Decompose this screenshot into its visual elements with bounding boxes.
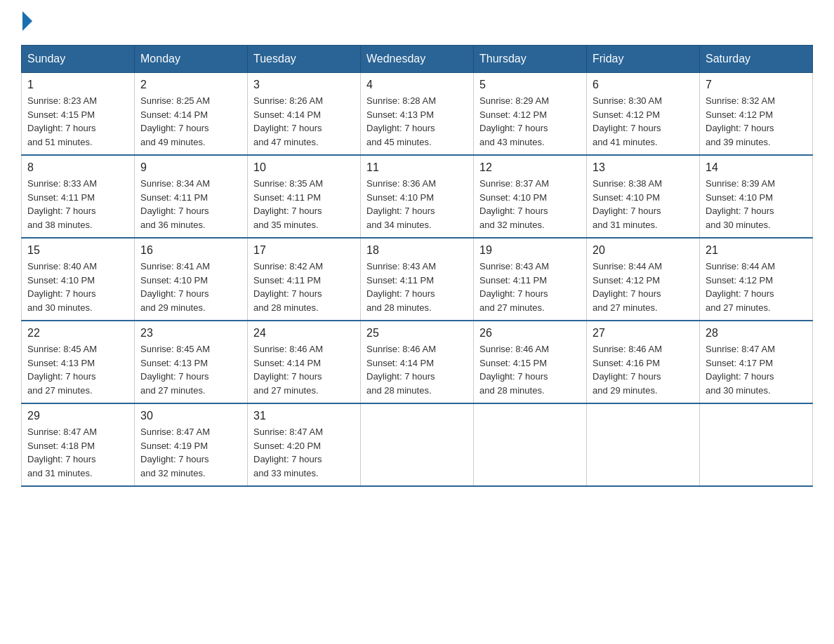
logo — [21, 14, 32, 31]
day-info: Sunrise: 8:42 AMSunset: 4:11 PMDaylight:… — [253, 260, 355, 314]
day-info: Sunrise: 8:46 AMSunset: 4:14 PMDaylight:… — [366, 342, 468, 397]
calendar-day-12: 12Sunrise: 8:37 AMSunset: 4:10 PMDayligh… — [474, 155, 587, 238]
calendar-week-5: 29Sunrise: 8:47 AMSunset: 4:18 PMDayligh… — [22, 403, 813, 486]
day-number: 24 — [253, 327, 355, 340]
page-header — [21, 14, 813, 31]
calendar-week-4: 22Sunrise: 8:45 AMSunset: 4:13 PMDayligh… — [22, 321, 813, 403]
day-info: Sunrise: 8:46 AMSunset: 4:14 PMDaylight:… — [253, 342, 355, 397]
day-number: 15 — [27, 244, 128, 257]
calendar-day-9: 9Sunrise: 8:34 AMSunset: 4:11 PMDaylight… — [135, 155, 248, 238]
calendar-day-21: 21Sunrise: 8:44 AMSunset: 4:12 PMDayligh… — [700, 238, 813, 321]
calendar-day-26: 26Sunrise: 8:46 AMSunset: 4:15 PMDayligh… — [474, 321, 587, 403]
day-number: 26 — [479, 327, 581, 340]
calendar-day-1: 1Sunrise: 8:23 AMSunset: 4:15 PMDaylight… — [22, 73, 135, 156]
day-number: 1 — [27, 79, 128, 91]
day-info: Sunrise: 8:47 AMSunset: 4:17 PMDaylight:… — [706, 342, 807, 397]
day-info: Sunrise: 8:43 AMSunset: 4:11 PMDaylight:… — [366, 260, 468, 314]
day-number: 13 — [593, 161, 694, 174]
calendar-day-2: 2Sunrise: 8:25 AMSunset: 4:14 PMDaylight… — [135, 73, 248, 156]
calendar-day-4: 4Sunrise: 8:28 AMSunset: 4:13 PMDaylight… — [361, 73, 474, 156]
calendar-week-3: 15Sunrise: 8:40 AMSunset: 4:10 PMDayligh… — [22, 238, 813, 321]
day-info: Sunrise: 8:36 AMSunset: 4:10 PMDaylight:… — [366, 177, 468, 232]
day-info: Sunrise: 8:30 AMSunset: 4:12 PMDaylight:… — [593, 94, 694, 149]
weekday-header-friday: Friday — [587, 46, 700, 73]
day-number: 9 — [140, 161, 241, 174]
day-number: 20 — [593, 244, 694, 257]
calendar-day-8: 8Sunrise: 8:33 AMSunset: 4:11 PMDaylight… — [22, 155, 135, 238]
calendar-day-29: 29Sunrise: 8:47 AMSunset: 4:18 PMDayligh… — [22, 403, 135, 486]
day-info: Sunrise: 8:38 AMSunset: 4:10 PMDaylight:… — [593, 177, 694, 232]
calendar-day-14: 14Sunrise: 8:39 AMSunset: 4:10 PMDayligh… — [700, 155, 813, 238]
day-info: Sunrise: 8:47 AMSunset: 4:18 PMDaylight:… — [27, 425, 128, 480]
day-info: Sunrise: 8:32 AMSunset: 4:12 PMDaylight:… — [706, 94, 807, 149]
calendar-day-20: 20Sunrise: 8:44 AMSunset: 4:12 PMDayligh… — [587, 238, 700, 321]
day-info: Sunrise: 8:28 AMSunset: 4:13 PMDaylight:… — [366, 94, 468, 149]
weekday-header-thursday: Thursday — [474, 46, 587, 73]
day-info: Sunrise: 8:44 AMSunset: 4:12 PMDaylight:… — [706, 260, 807, 314]
weekday-header-saturday: Saturday — [700, 46, 813, 73]
calendar-day-empty — [587, 403, 700, 486]
calendar-day-empty — [361, 403, 474, 486]
day-info: Sunrise: 8:47 AMSunset: 4:19 PMDaylight:… — [140, 425, 241, 480]
day-number: 4 — [366, 79, 468, 91]
day-number: 11 — [366, 161, 468, 174]
calendar-day-28: 28Sunrise: 8:47 AMSunset: 4:17 PMDayligh… — [700, 321, 813, 403]
calendar-day-15: 15Sunrise: 8:40 AMSunset: 4:10 PMDayligh… — [22, 238, 135, 321]
weekday-header-sunday: Sunday — [22, 46, 135, 73]
day-info: Sunrise: 8:35 AMSunset: 4:11 PMDaylight:… — [253, 177, 355, 232]
calendar-week-2: 8Sunrise: 8:33 AMSunset: 4:11 PMDaylight… — [22, 155, 813, 238]
day-number: 16 — [140, 244, 241, 257]
day-number: 23 — [140, 327, 241, 340]
calendar-day-3: 3Sunrise: 8:26 AMSunset: 4:14 PMDaylight… — [248, 73, 361, 156]
day-info: Sunrise: 8:45 AMSunset: 4:13 PMDaylight:… — [140, 342, 241, 397]
calendar-day-10: 10Sunrise: 8:35 AMSunset: 4:11 PMDayligh… — [248, 155, 361, 238]
weekday-header-tuesday: Tuesday — [248, 46, 361, 73]
day-number: 5 — [479, 79, 581, 91]
calendar-day-30: 30Sunrise: 8:47 AMSunset: 4:19 PMDayligh… — [135, 403, 248, 486]
calendar-day-23: 23Sunrise: 8:45 AMSunset: 4:13 PMDayligh… — [135, 321, 248, 403]
day-info: Sunrise: 8:47 AMSunset: 4:20 PMDaylight:… — [253, 425, 355, 480]
weekday-header-wednesday: Wednesday — [361, 46, 474, 73]
logo-triangle-icon — [22, 11, 32, 31]
day-number: 28 — [706, 327, 807, 340]
calendar-day-13: 13Sunrise: 8:38 AMSunset: 4:10 PMDayligh… — [587, 155, 700, 238]
day-info: Sunrise: 8:39 AMSunset: 4:10 PMDaylight:… — [706, 177, 807, 232]
day-number: 19 — [479, 244, 581, 257]
calendar-day-25: 25Sunrise: 8:46 AMSunset: 4:14 PMDayligh… — [361, 321, 474, 403]
calendar-day-27: 27Sunrise: 8:46 AMSunset: 4:16 PMDayligh… — [587, 321, 700, 403]
day-number: 30 — [140, 410, 241, 422]
day-number: 7 — [706, 79, 807, 91]
calendar-week-1: 1Sunrise: 8:23 AMSunset: 4:15 PMDaylight… — [22, 73, 813, 156]
day-number: 8 — [27, 161, 128, 174]
day-info: Sunrise: 8:23 AMSunset: 4:15 PMDaylight:… — [27, 94, 128, 149]
calendar-day-31: 31Sunrise: 8:47 AMSunset: 4:20 PMDayligh… — [248, 403, 361, 486]
day-number: 14 — [706, 161, 807, 174]
day-info: Sunrise: 8:33 AMSunset: 4:11 PMDaylight:… — [27, 177, 128, 232]
calendar-day-7: 7Sunrise: 8:32 AMSunset: 4:12 PMDaylight… — [700, 73, 813, 156]
day-number: 12 — [479, 161, 581, 174]
day-info: Sunrise: 8:43 AMSunset: 4:11 PMDaylight:… — [479, 260, 581, 314]
day-number: 31 — [253, 410, 355, 422]
day-info: Sunrise: 8:34 AMSunset: 4:11 PMDaylight:… — [140, 177, 241, 232]
weekday-header-monday: Monday — [135, 46, 248, 73]
calendar-day-17: 17Sunrise: 8:42 AMSunset: 4:11 PMDayligh… — [248, 238, 361, 321]
calendar-day-11: 11Sunrise: 8:36 AMSunset: 4:10 PMDayligh… — [361, 155, 474, 238]
calendar-day-18: 18Sunrise: 8:43 AMSunset: 4:11 PMDayligh… — [361, 238, 474, 321]
calendar-table: SundayMondayTuesdayWednesdayThursdayFrid… — [21, 45, 813, 487]
day-info: Sunrise: 8:26 AMSunset: 4:14 PMDaylight:… — [253, 94, 355, 149]
calendar-day-5: 5Sunrise: 8:29 AMSunset: 4:12 PMDaylight… — [474, 73, 587, 156]
day-number: 10 — [253, 161, 355, 174]
day-number: 18 — [366, 244, 468, 257]
day-number: 27 — [593, 327, 694, 340]
day-info: Sunrise: 8:37 AMSunset: 4:10 PMDaylight:… — [479, 177, 581, 232]
day-info: Sunrise: 8:45 AMSunset: 4:13 PMDaylight:… — [27, 342, 128, 397]
day-number: 21 — [706, 244, 807, 257]
calendar-day-22: 22Sunrise: 8:45 AMSunset: 4:13 PMDayligh… — [22, 321, 135, 403]
day-number: 25 — [366, 327, 468, 340]
day-number: 3 — [253, 79, 355, 91]
day-info: Sunrise: 8:29 AMSunset: 4:12 PMDaylight:… — [479, 94, 581, 149]
day-info: Sunrise: 8:41 AMSunset: 4:10 PMDaylight:… — [140, 260, 241, 314]
day-info: Sunrise: 8:44 AMSunset: 4:12 PMDaylight:… — [593, 260, 694, 314]
day-number: 22 — [27, 327, 128, 340]
calendar-day-empty — [474, 403, 587, 486]
